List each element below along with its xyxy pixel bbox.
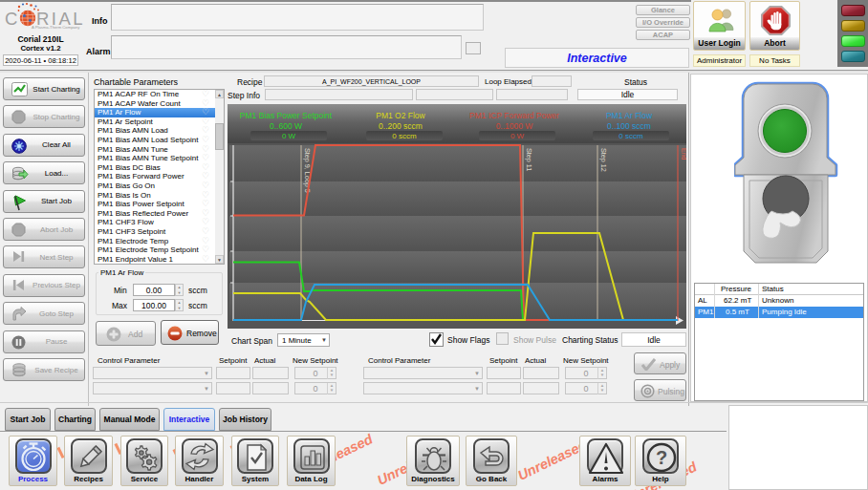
svg-text:PM1 O2 Flow: PM1 O2 Flow xyxy=(376,111,425,120)
svg-text:?: ? xyxy=(656,447,667,468)
svg-text:Step 11: Step 11 xyxy=(525,148,533,171)
svg-text:Step 12: Step 12 xyxy=(599,148,608,172)
svg-text:End: End xyxy=(681,148,686,160)
svg-text:0..1000 W: 0..1000 W xyxy=(496,121,533,131)
svg-text:0..600 W: 0..600 W xyxy=(270,121,302,131)
svg-text:0 W: 0 W xyxy=(282,132,296,140)
svg-text:0 sccm: 0 sccm xyxy=(618,132,643,140)
svg-text:PM1 Bias Power Setpoint: PM1 Bias Power Setpoint xyxy=(240,111,333,120)
svg-text:0..200 sccm: 0..200 sccm xyxy=(379,121,423,131)
svg-text:0 W: 0 W xyxy=(510,132,525,140)
svg-text:Step 9, Loop 5: Step 9, Loop 5 xyxy=(303,148,312,193)
svg-text:PM1 Ar Flow: PM1 Ar Flow xyxy=(606,111,653,120)
svg-text:PM1 ICP Forward Power: PM1 ICP Forward Power xyxy=(469,111,559,120)
svg-text:0 sccm: 0 sccm xyxy=(392,132,417,140)
svg-text:0..100 sccm: 0..100 sccm xyxy=(607,121,651,131)
